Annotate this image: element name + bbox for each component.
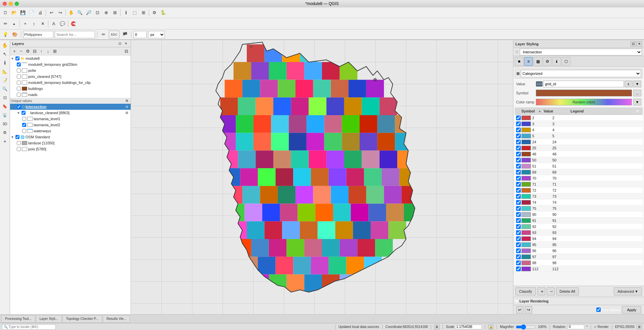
- symbol-change-btn[interactable]: ...: [633, 90, 641, 96]
- category-checkbox[interactable]: [516, 122, 521, 126]
- move-feature-button[interactable]: ↕: [30, 20, 38, 28]
- category-checkbox[interactable]: [516, 254, 521, 259]
- category-color-swatch[interactable]: [521, 267, 531, 271]
- layer-checkbox[interactable]: [17, 147, 21, 151]
- layer-checkbox[interactable]: [17, 81, 21, 85]
- layer-item[interactable]: roads: [10, 92, 131, 98]
- px-unit-select[interactable]: px mm: [148, 31, 165, 38]
- zoom-out-button[interactable]: 🔎: [85, 9, 93, 17]
- layer-checkbox[interactable]: [17, 68, 21, 73]
- left-pan-button[interactable]: ✋: [1, 41, 9, 49]
- layer-item[interactable]: module8_temporary buildings_for_clip: [10, 80, 131, 86]
- delete-all-button[interactable]: Delete All: [556, 287, 579, 295]
- category-color-swatch[interactable]: [521, 194, 531, 199]
- layer-checkbox[interactable]: [17, 93, 21, 97]
- layer-item[interactable]: tasmania_level1: [10, 116, 131, 122]
- left-settings-button[interactable]: ⚙: [1, 129, 9, 137]
- category-color-swatch[interactable]: [521, 146, 531, 150]
- save-as-button[interactable]: 📄: [28, 9, 36, 17]
- zoom-selected-button[interactable]: ⊕: [102, 9, 110, 17]
- locate-input[interactable]: [2, 324, 56, 330]
- px-value-input[interactable]: 0: [133, 31, 147, 38]
- category-color-swatch[interactable]: [521, 170, 531, 175]
- category-color-swatch[interactable]: [521, 254, 531, 259]
- zoom-layer-button[interactable]: ⊞: [111, 9, 119, 17]
- category-color-swatch[interactable]: [521, 182, 531, 187]
- map-tips-button[interactable]: 💡: [1, 31, 9, 39]
- layer-item[interactable]: ▼ 📁 module8: [10, 55, 131, 61]
- categorized-icon-btn[interactable]: ≡: [524, 57, 533, 66]
- category-color-swatch[interactable]: [521, 242, 531, 247]
- lock-scale-btn[interactable]: 🔒: [488, 325, 494, 329]
- move-up-button[interactable]: ↑: [38, 48, 44, 54]
- category-row[interactable]: 25 25: [515, 145, 643, 151]
- symbol-swatch[interactable]: [536, 90, 632, 96]
- category-checkbox[interactable]: [516, 146, 521, 150]
- category-color-swatch[interactable]: [521, 218, 531, 223]
- landuse-options[interactable]: ⊟: [125, 110, 129, 115]
- category-color-swatch[interactable]: [521, 188, 531, 193]
- layer-name-dropdown[interactable]: Intersection landuse_cleaned buildings: [520, 49, 642, 55]
- left-fullextent-button[interactable]: ⊡: [1, 94, 9, 102]
- layer-checkbox[interactable]: [15, 135, 19, 139]
- python-button[interactable]: 🐍: [159, 9, 167, 17]
- minimize-button[interactable]: [9, 2, 13, 6]
- category-checkbox[interactable]: [516, 248, 521, 253]
- redo-button[interactable]: ↪: [56, 9, 64, 17]
- open-project-button[interactable]: 📂: [10, 9, 18, 17]
- live-update-checkbox[interactable]: [596, 308, 601, 312]
- category-checkbox[interactable]: [516, 230, 521, 235]
- zoom-full-button[interactable]: ⊡: [93, 9, 101, 17]
- category-row[interactable]: 96 96: [515, 248, 643, 254]
- layer-item[interactable]: buildings: [10, 86, 131, 92]
- category-row[interactable]: 69 69: [515, 169, 643, 175]
- osm-group-item[interactable]: ▼ 🌐 OSM Standard: [10, 134, 131, 140]
- left-plus-button[interactable]: +: [1, 137, 9, 145]
- redo-style-button[interactable]: ↪: [525, 306, 532, 314]
- layer-item[interactable]: module8_temporary grid25km: [10, 61, 131, 67]
- epsg-settings-btn[interactable]: ⚙: [637, 325, 642, 329]
- category-row[interactable]: 5 5: [515, 133, 643, 139]
- category-checkbox[interactable]: [516, 134, 521, 138]
- intersection-options[interactable]: ⊟: [125, 104, 129, 109]
- category-row[interactable]: 92 92: [515, 224, 643, 230]
- filter-layer-button[interactable]: ⊟: [32, 48, 38, 54]
- category-checkbox[interactable]: [516, 158, 521, 162]
- intersection-layer-item[interactable]: ⬡ Intersection ⊟: [10, 104, 131, 110]
- left-gps-button[interactable]: 📡: [1, 111, 9, 119]
- layer-checkbox[interactable]: [17, 105, 21, 109]
- delete-feature-button[interactable]: ✕: [39, 20, 47, 28]
- remove-layer-button[interactable]: −: [18, 48, 24, 54]
- save-project-button[interactable]: 💾: [19, 9, 27, 17]
- category-row[interactable]: 94 94: [515, 236, 643, 242]
- flag-button[interactable]: 🏴: [121, 31, 129, 39]
- advanced-button[interactable]: Advanced ▼: [614, 287, 642, 295]
- group-button[interactable]: ⊞: [52, 48, 58, 54]
- category-checkbox[interactable]: [516, 200, 521, 205]
- expand-icon[interactable]: ▼: [11, 57, 15, 60]
- category-color-swatch[interactable]: [521, 236, 531, 241]
- left-3d-button[interactable]: 3D: [1, 120, 9, 128]
- category-color-swatch[interactable]: [521, 206, 531, 211]
- category-row[interactable]: 70 70: [515, 175, 643, 181]
- colorramp-dropdown-btn[interactable]: ▼: [633, 99, 641, 105]
- category-row[interactable]: 91 91: [515, 218, 643, 224]
- category-row[interactable]: 90 90: [515, 211, 643, 218]
- digitize-button[interactable]: ✏: [1, 20, 9, 28]
- category-color-swatch[interactable]: [521, 128, 531, 132]
- expand-icon[interactable]: ▼: [11, 135, 15, 139]
- edc-button[interactable]: EDC: [109, 31, 120, 39]
- styling-float-button[interactable]: ⊡: [631, 41, 636, 47]
- category-color-swatch[interactable]: [521, 248, 531, 253]
- close-button[interactable]: [3, 2, 7, 6]
- layer-item[interactable]: waterways: [10, 128, 131, 134]
- graduated-icon-btn[interactable]: ▦: [534, 57, 542, 66]
- category-row[interactable]: 24 24: [515, 139, 643, 145]
- category-checkbox[interactable]: [516, 267, 521, 271]
- heatmap-icon-btn[interactable]: 🌡: [552, 57, 561, 66]
- category-color-swatch[interactable]: [521, 158, 531, 162]
- layers-close-button[interactable]: ✕: [123, 41, 129, 46]
- unique-values-options[interactable]: ⊟: [125, 98, 129, 103]
- category-checkbox[interactable]: [516, 212, 521, 217]
- category-color-swatch[interactable]: [521, 122, 531, 126]
